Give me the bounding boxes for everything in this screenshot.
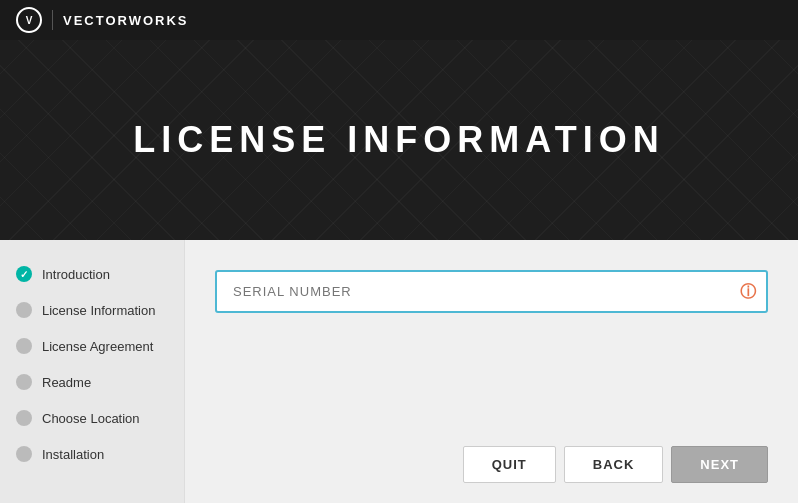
sidebar-label-introduction: Introduction xyxy=(42,267,110,282)
warning-icon: ⓘ xyxy=(740,281,756,302)
brand-name: VECTORWORKS xyxy=(63,13,189,28)
top-bar: V VECTORWORKS xyxy=(0,0,798,40)
sidebar-item-license-agreement[interactable]: License Agreement xyxy=(0,328,184,364)
page-title: LICENSE INFORMATION xyxy=(133,119,664,161)
check-icon: ✓ xyxy=(20,269,28,280)
back-button[interactable]: BACK xyxy=(564,446,664,483)
quit-button[interactable]: QUIT xyxy=(463,446,556,483)
sidebar-item-installation[interactable]: Installation xyxy=(0,436,184,472)
hero-banner: LICENSE INFORMATION xyxy=(0,40,798,240)
sidebar-item-choose-location[interactable]: Choose Location xyxy=(0,400,184,436)
sidebar-label-readme: Readme xyxy=(42,375,91,390)
step-indicator-readme xyxy=(16,374,32,390)
sidebar-item-readme[interactable]: Readme xyxy=(0,364,184,400)
step-indicator-license-agreement xyxy=(16,338,32,354)
step-indicator-license-information xyxy=(16,302,32,318)
sidebar-item-license-information[interactable]: License Information xyxy=(0,292,184,328)
next-button[interactable]: NEXT xyxy=(671,446,768,483)
step-indicator-introduction: ✓ xyxy=(16,266,32,282)
serial-number-wrapper: ⓘ xyxy=(215,270,768,313)
main-content: ✓ Introduction License Information Licen… xyxy=(0,240,798,503)
button-row: QUIT BACK NEXT xyxy=(215,436,768,483)
sidebar-label-license-agreement: License Agreement xyxy=(42,339,153,354)
sidebar-label-choose-location: Choose Location xyxy=(42,411,140,426)
serial-number-input[interactable] xyxy=(215,270,768,313)
sidebar: ✓ Introduction License Information Licen… xyxy=(0,240,185,503)
vectorworks-logo: V xyxy=(16,7,42,33)
content-panel: ⓘ QUIT BACK NEXT xyxy=(185,240,798,503)
sidebar-label-license-information: License Information xyxy=(42,303,155,318)
step-indicator-choose-location xyxy=(16,410,32,426)
sidebar-item-introduction[interactable]: ✓ Introduction xyxy=(0,256,184,292)
top-bar-divider xyxy=(52,10,53,30)
sidebar-label-installation: Installation xyxy=(42,447,104,462)
step-indicator-installation xyxy=(16,446,32,462)
